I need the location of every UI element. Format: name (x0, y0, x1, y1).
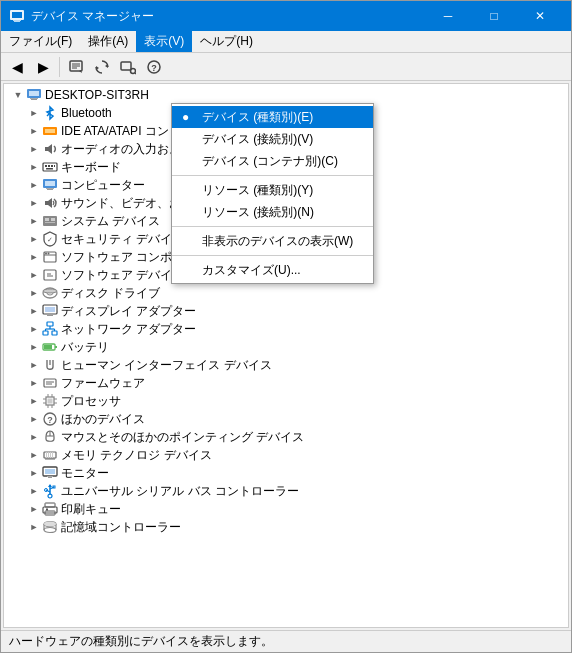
security-expand[interactable]: ► (26, 231, 42, 247)
disk-expand[interactable]: ► (26, 285, 42, 301)
tree-other[interactable]: ► ? ほかのデバイス (6, 410, 566, 428)
menu-help[interactable]: ヘルプ(H) (192, 31, 261, 52)
status-text: ハードウェアの種類別にデバイスを表示します。 (9, 633, 273, 650)
tree-printer[interactable]: ► 印刷キュー (6, 500, 566, 518)
menu-by-container-label: デバイス (コンテナ別)(C) (202, 153, 338, 170)
other-expand[interactable]: ► (26, 411, 42, 427)
menu-separator-2 (172, 226, 373, 227)
bluetooth-expand[interactable]: ► (26, 105, 42, 121)
svg-rect-30 (47, 189, 53, 190)
tree-display[interactable]: ► ディスプレイ アダプター (6, 302, 566, 320)
memory-expand[interactable]: ► (26, 447, 42, 463)
ide-expand[interactable]: ► (26, 123, 42, 139)
keyboard-expand[interactable]: ► (26, 159, 42, 175)
svg-text:✓: ✓ (47, 236, 53, 243)
menu-by-type[interactable]: ● デバイス (種類別)(E) (172, 106, 373, 128)
tree-hid[interactable]: ► ヒューマン インターフェイス デバイス (6, 356, 566, 374)
firmware-expand[interactable]: ► (26, 375, 42, 391)
keyboard-icon (42, 159, 58, 175)
tree-disk[interactable]: ► ディスク ドライブ (6, 284, 566, 302)
svg-point-107 (44, 522, 56, 527)
memory-icon (42, 447, 58, 463)
processor-expand[interactable]: ► (26, 393, 42, 409)
tree-firmware[interactable]: ► ファームウェア (6, 374, 566, 392)
tree-processor[interactable]: ► プロセッサ (6, 392, 566, 410)
other-label: ほかのデバイス (61, 411, 145, 428)
tree-mouse[interactable]: ► マウスとそのほかのポインティング デバイス (6, 428, 566, 446)
tree-memory[interactable]: ► メモリ テクノロジ デバイス (6, 446, 566, 464)
hid-expand[interactable]: ► (26, 357, 42, 373)
maximize-button[interactable]: □ (471, 1, 517, 31)
properties-button[interactable] (64, 56, 88, 78)
svg-marker-10 (96, 66, 99, 70)
usb-expand[interactable]: ► (26, 483, 42, 499)
tree-network[interactable]: ► ネットワーク アダプター (6, 320, 566, 338)
menu-separator-1 (172, 175, 373, 176)
svg-rect-102 (46, 509, 48, 511)
tree-monitor[interactable]: ► モニター (6, 464, 566, 482)
minimize-button[interactable]: ─ (425, 1, 471, 31)
computer-expand[interactable]: ► (26, 177, 42, 193)
disk-icon (42, 285, 58, 301)
svg-rect-89 (45, 469, 55, 474)
tree-storage[interactable]: ► 記憶域コントローラー (6, 518, 566, 536)
menu-file[interactable]: ファイル(F) (1, 31, 80, 52)
menu-customize[interactable]: カスタマイズ(U)... (172, 259, 373, 281)
computer-icon (42, 177, 58, 193)
printer-expand[interactable]: ► (26, 501, 42, 517)
software-component-expand[interactable]: ► (26, 249, 42, 265)
tree-root[interactable]: ▼ DESKTOP-SIT3RH (6, 86, 566, 104)
scan-button[interactable] (116, 56, 140, 78)
monitor-label: モニター (61, 465, 109, 482)
menu-show-hidden[interactable]: 非表示のデバイスの表示(W) (172, 230, 373, 252)
root-label: DESKTOP-SIT3RH (45, 88, 149, 102)
menu-resource-connection[interactable]: リソース (接続別)(N) (172, 201, 373, 223)
mouse-expand[interactable]: ► (26, 429, 42, 445)
system-expand[interactable]: ► (26, 213, 42, 229)
svg-rect-61 (44, 379, 56, 387)
menu-action[interactable]: 操作(A) (80, 31, 136, 52)
menu-by-connection[interactable]: デバイス (接続別)(V) (172, 128, 373, 150)
svg-rect-2 (14, 21, 20, 22)
status-bar: ハードウェアの種類別にデバイスを表示します。 (1, 630, 571, 652)
usb-icon (42, 483, 58, 499)
svg-rect-26 (54, 165, 55, 167)
audio-io-expand[interactable]: ► (26, 141, 42, 157)
content-area: ▼ DESKTOP-SIT3RH ► (1, 81, 571, 630)
svg-rect-81 (50, 452, 51, 458)
battery-icon (42, 339, 58, 355)
sound-expand[interactable]: ► (26, 195, 42, 211)
root-expand[interactable]: ▼ (10, 87, 26, 103)
svg-rect-91 (47, 476, 53, 477)
display-expand[interactable]: ► (26, 303, 42, 319)
network-expand[interactable]: ► (26, 321, 42, 337)
menu-customize-label: カスタマイズ(U)... (202, 262, 301, 279)
menu-resource-type[interactable]: リソース (種類別)(Y) (172, 179, 373, 201)
tree-battery[interactable]: ► バッテリ (6, 338, 566, 356)
back-button[interactable]: ◀ (5, 56, 29, 78)
storage-expand[interactable]: ► (26, 519, 42, 535)
svg-rect-99 (45, 503, 55, 507)
forward-button[interactable]: ▶ (31, 56, 55, 78)
menu-by-connection-label: デバイス (接続別)(V) (202, 131, 313, 148)
menu-view[interactable]: 表示(V) (136, 31, 192, 52)
svg-rect-79 (46, 452, 47, 458)
help-button[interactable]: ? (142, 56, 166, 78)
monitor-expand[interactable]: ► (26, 465, 42, 481)
sound-icon (42, 195, 58, 211)
update-button[interactable] (90, 56, 114, 78)
toolbar-separator-1 (59, 57, 60, 77)
menu-show-hidden-label: 非表示のデバイスの表示(W) (202, 233, 353, 250)
svg-rect-29 (45, 181, 55, 186)
view-dropdown-menu: ● デバイス (種類別)(E) デバイス (接続別)(V) デバイス (コンテナ… (171, 103, 374, 284)
other-icon: ? (42, 411, 58, 427)
svg-rect-31 (46, 188, 54, 189)
menu-by-container[interactable]: デバイス (コンテナ別)(C) (172, 150, 373, 172)
monitor-icon (42, 465, 58, 481)
tree-usb[interactable]: ► ユニバーサル シリアル バス コントローラー (6, 482, 566, 500)
svg-point-39 (45, 253, 47, 255)
battery-expand[interactable]: ► (26, 339, 42, 355)
software-device-expand[interactable]: ► (26, 267, 42, 283)
close-button[interactable]: ✕ (517, 1, 563, 31)
computer-label: コンピューター (61, 177, 145, 194)
